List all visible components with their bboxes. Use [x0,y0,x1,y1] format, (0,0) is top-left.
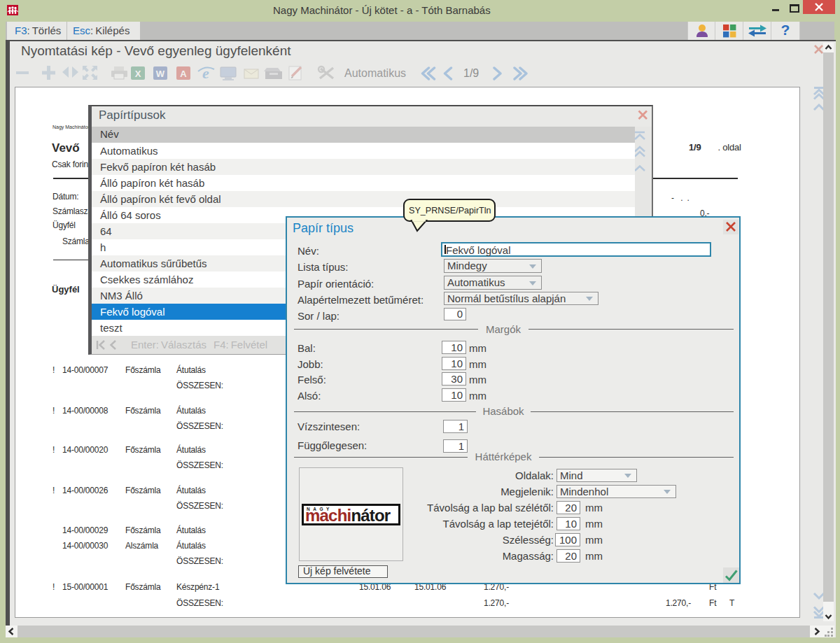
svg-text:SY_PRNSE/PapirTln: SY_PRNSE/PapirTln [409,206,491,215]
svg-text:W: W [156,69,165,79]
svg-text:A: A [180,69,187,79]
svg-text:X: X [135,69,141,79]
